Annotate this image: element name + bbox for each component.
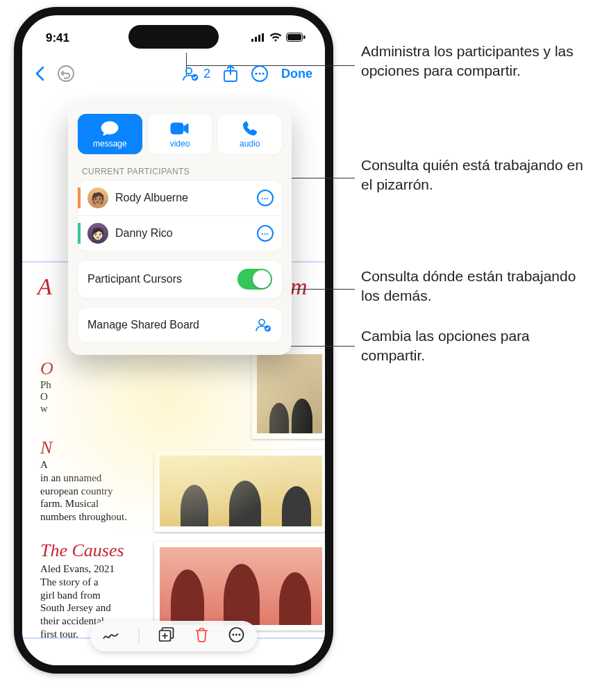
svg-rect-6 bbox=[303, 35, 306, 39]
board-s2-head: N bbox=[40, 438, 52, 458]
undo-button[interactable] bbox=[57, 65, 75, 83]
canvas-more-button[interactable] bbox=[228, 626, 245, 646]
svg-point-12 bbox=[255, 72, 257, 74]
phone-icon bbox=[240, 121, 260, 136]
cellular-icon bbox=[251, 31, 265, 45]
message-action[interactable]: message bbox=[78, 114, 142, 154]
svg-point-14 bbox=[262, 72, 264, 74]
svg-point-22 bbox=[259, 319, 265, 325]
svg-point-13 bbox=[258, 72, 260, 74]
board-s2-body: A in an unnamed european country farm. M… bbox=[40, 458, 127, 524]
board-s1-head: O bbox=[40, 358, 53, 379]
participant-name: Rody Albuerne bbox=[115, 192, 250, 204]
board-title-l: A bbox=[37, 274, 53, 300]
participant-row[interactable]: 🧑🏻 Danny Rico ••• bbox=[78, 215, 282, 251]
video-icon bbox=[170, 121, 190, 136]
iphone-frame: 9:41 2 bbox=[14, 7, 333, 674]
svg-point-8 bbox=[186, 68, 192, 74]
manage-shared-board-row[interactable]: Manage Shared Board bbox=[78, 308, 282, 342]
board-photo-2[interactable] bbox=[154, 450, 325, 532]
video-action[interactable]: video bbox=[148, 114, 212, 154]
message-icon bbox=[100, 121, 119, 136]
callout-4: Cambia las opciones para compartir. bbox=[361, 326, 590, 366]
more-button[interactable] bbox=[251, 65, 269, 83]
participants-list: 🧑🏽 Rody Albuerne ••• 🧑🏻 Danny Rico ••• bbox=[78, 181, 282, 251]
presence-indicator bbox=[78, 188, 81, 208]
svg-point-19 bbox=[235, 634, 237, 636]
svg-point-18 bbox=[233, 634, 235, 636]
audio-label: audio bbox=[240, 139, 260, 149]
manage-shared-board-icon bbox=[254, 316, 272, 334]
avatar: 🧑🏽 bbox=[87, 188, 108, 208]
board-s1-body: Ph O w bbox=[40, 379, 51, 415]
svg-rect-5 bbox=[287, 34, 301, 40]
svg-rect-1 bbox=[255, 37, 257, 42]
message-label: message bbox=[93, 139, 127, 149]
svg-rect-3 bbox=[262, 33, 264, 42]
participant-count: 2 bbox=[203, 67, 210, 81]
svg-point-20 bbox=[239, 634, 241, 636]
callout-3: Consulta dónde están trabajando los demá… bbox=[361, 267, 590, 306]
participant-cursors-row[interactable]: Participant Cursors bbox=[78, 260, 282, 298]
delete-button[interactable] bbox=[195, 627, 209, 645]
battery-icon bbox=[286, 31, 306, 45]
callout-1: Administra los participantes y las opcio… bbox=[361, 42, 590, 81]
svg-rect-21 bbox=[171, 123, 183, 134]
participant-cursors-toggle[interactable] bbox=[237, 269, 272, 290]
participant-name: Danny Rico bbox=[115, 227, 250, 240]
audio-action[interactable]: audio bbox=[217, 114, 282, 154]
presence-indicator bbox=[78, 223, 81, 244]
board-photo-1[interactable] bbox=[251, 349, 325, 439]
back-button[interactable] bbox=[35, 66, 44, 81]
contact-actions: message video audio bbox=[78, 114, 282, 154]
svg-rect-0 bbox=[251, 39, 253, 42]
svg-rect-2 bbox=[258, 35, 260, 42]
participant-more-button[interactable]: ••• bbox=[257, 190, 274, 206]
draw-tool-button[interactable] bbox=[103, 628, 119, 644]
dynamic-island bbox=[128, 25, 219, 49]
board-photo-3[interactable] bbox=[154, 542, 325, 631]
manage-shared-board-label: Manage Shared Board bbox=[87, 319, 199, 331]
callout-2: Consulta quién está trabajando en el piz… bbox=[361, 156, 590, 195]
status-icons bbox=[251, 31, 306, 45]
share-button[interactable] bbox=[223, 65, 238, 83]
participant-more-button[interactable]: ••• bbox=[257, 225, 274, 242]
done-button[interactable]: Done bbox=[281, 67, 312, 81]
clock: 9:41 bbox=[46, 31, 69, 45]
participant-cursors-label: Participant Cursors bbox=[87, 273, 182, 285]
avatar: 🧑🏻 bbox=[87, 223, 108, 244]
collaborate-button[interactable] bbox=[181, 65, 199, 82]
participants-heading: CURRENT PARTICIPANTS bbox=[82, 167, 278, 176]
wifi-icon bbox=[269, 31, 282, 45]
add-media-button[interactable] bbox=[159, 627, 176, 645]
app-toolbar: 2 Done bbox=[22, 56, 325, 92]
canvas-tools-pill bbox=[90, 621, 258, 651]
participant-row[interactable]: 🧑🏽 Rody Albuerne ••• bbox=[78, 181, 282, 215]
video-label: video bbox=[170, 139, 190, 149]
collaboration-popover: message video audio CURRENT PARTICIPANTS… bbox=[68, 104, 292, 355]
board-s3-head: The Causes bbox=[40, 540, 124, 561]
